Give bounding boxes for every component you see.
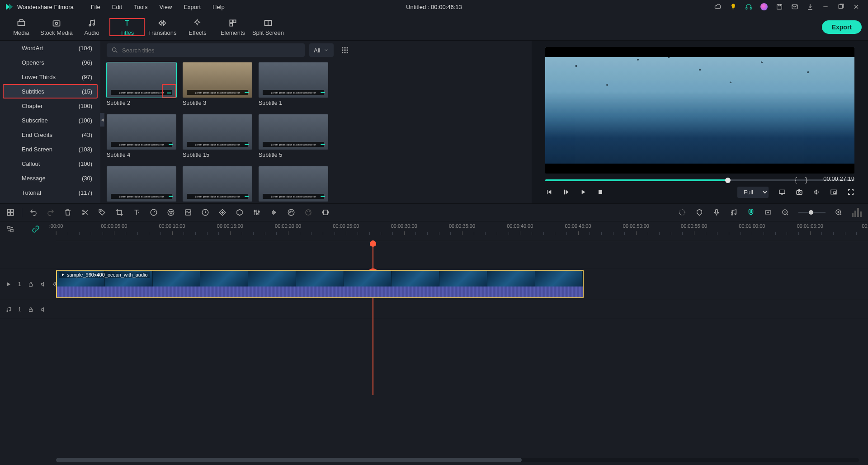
layout-icon[interactable]: [6, 208, 14, 216]
tab-stock-media[interactable]: Stock Media: [39, 18, 74, 36]
audio-edit-icon[interactable]: [270, 208, 278, 216]
stop-icon[interactable]: [597, 188, 604, 196]
search-input[interactable]: [122, 47, 300, 54]
sidebar-item-end-credits[interactable]: End Credits(43): [0, 127, 100, 142]
export-button[interactable]: Export: [822, 20, 862, 34]
download-thumb-icon[interactable]: [163, 85, 175, 97]
tab-audio[interactable]: Audio: [74, 18, 109, 36]
tab-transitions[interactable]: Transitions: [145, 18, 180, 36]
title-thumb[interactable]: Lorem ipsum dolor sit amet consecteturSu…: [183, 114, 252, 158]
view-grid-icon[interactable]: [338, 43, 352, 57]
fullscreen-icon[interactable]: [847, 188, 854, 196]
sidebar-item-tutorial[interactable]: Tutorial(117): [0, 185, 100, 200]
cloud-icon[interactable]: [714, 3, 722, 10]
lock-icon[interactable]: [28, 306, 34, 313]
title-thumb[interactable]: Lorem ipsum dolor sit amet consecteturSu…: [259, 114, 328, 158]
text-icon[interactable]: [132, 208, 141, 216]
mark-in-icon[interactable]: {: [795, 176, 797, 183]
menu-edit[interactable]: Edit: [107, 2, 127, 12]
close-icon[interactable]: [853, 3, 860, 10]
link-icon[interactable]: [32, 225, 40, 233]
render-icon[interactable]: [321, 208, 330, 216]
mute-icon[interactable]: [40, 281, 47, 287]
redo-icon[interactable]: [47, 208, 55, 216]
filter-dropdown[interactable]: All: [309, 43, 334, 57]
voiceover-icon[interactable]: [712, 208, 721, 216]
download-thumb-icon[interactable]: [167, 191, 175, 200]
track-manage-icon[interactable]: [6, 225, 14, 233]
timeline-ruler[interactable]: :00:0000:00:05:0000:00:10:0000:00:15:000…: [56, 221, 868, 241]
tab-media[interactable]: Media: [4, 18, 39, 36]
delete-icon[interactable]: [64, 208, 72, 216]
sidebar-item-callout[interactable]: Callout(100): [0, 156, 100, 171]
marker-out-icon[interactable]: [678, 208, 686, 216]
stabilize-icon[interactable]: [304, 208, 312, 216]
fit-icon[interactable]: [764, 208, 772, 216]
audio-meter-icon[interactable]: [852, 208, 862, 217]
video-lane[interactable]: sample_960x400_ocean_with_audio: [56, 268, 868, 300]
download-thumb-icon[interactable]: [243, 87, 250, 96]
download-thumb-icon[interactable]: [243, 139, 250, 148]
lock-icon[interactable]: [28, 281, 34, 287]
download-thumb-icon[interactable]: [319, 191, 326, 200]
menu-tools[interactable]: Tools: [128, 2, 153, 12]
download-thumb-icon[interactable]: [319, 87, 326, 96]
download-icon[interactable]: [807, 3, 814, 10]
marker-icon[interactable]: [695, 208, 703, 216]
split-icon[interactable]: [81, 208, 89, 216]
prev-frame-icon[interactable]: [545, 188, 552, 196]
sidebar-item-end-screen[interactable]: End Screen(103): [0, 142, 100, 156]
preview-progress[interactable]: {} 00:00:27:19: [545, 177, 854, 183]
color-icon[interactable]: [167, 208, 175, 216]
menu-export[interactable]: Export: [178, 2, 206, 12]
headphones-icon[interactable]: [745, 3, 752, 10]
sidebar-item-lower-thirds[interactable]: Lower Thirds(97): [0, 70, 100, 84]
greenscreen-icon[interactable]: [184, 208, 192, 216]
preview-viewport[interactable]: [545, 47, 854, 174]
sidebar-item-openers[interactable]: Openers(96): [0, 55, 100, 70]
duration-icon[interactable]: [201, 208, 209, 216]
undo-icon[interactable]: [29, 208, 38, 216]
sidebar-item-subscribe[interactable]: Subscribe(100): [0, 113, 100, 127]
zoom-in-icon[interactable]: [835, 208, 843, 216]
keyframe-icon[interactable]: [218, 208, 226, 216]
quality-select[interactable]: Full: [737, 187, 769, 198]
mail-icon[interactable]: [791, 3, 798, 10]
mute-icon[interactable]: [40, 306, 47, 313]
snapshot-icon[interactable]: [796, 188, 803, 196]
mark-out-icon[interactable]: }: [805, 176, 807, 183]
sidebar-item-wordart[interactable]: WordArt(104): [0, 41, 100, 55]
crop-icon[interactable]: [115, 208, 123, 216]
title-thumb[interactable]: Lorem ipsum dolor sit amet consecteturSu…: [183, 62, 252, 106]
mask-icon[interactable]: [236, 208, 244, 216]
zoom-out-icon[interactable]: [781, 208, 789, 216]
sync-icon[interactable]: [287, 208, 295, 216]
pip-icon[interactable]: [830, 188, 837, 196]
tab-elements[interactable]: Elements: [215, 18, 250, 36]
tag-icon[interactable]: [98, 208, 106, 216]
account-avatar-icon[interactable]: [760, 3, 768, 10]
title-thumb[interactable]: Lorem ipsum dolor sit amet consectetur: [107, 166, 176, 203]
adjust-icon[interactable]: [253, 208, 261, 216]
speed-icon[interactable]: [150, 208, 158, 216]
title-thumb[interactable]: Lorem ipsum dolor sit amet consecteturSu…: [259, 62, 328, 106]
search-box[interactable]: [107, 43, 305, 57]
zoom-slider[interactable]: [798, 212, 826, 213]
menu-help[interactable]: Help: [207, 2, 230, 12]
sidebar-item-subtitles[interactable]: Subtitles(15): [3, 84, 98, 99]
maximize-icon[interactable]: [837, 3, 844, 10]
download-thumb-icon[interactable]: [167, 139, 175, 148]
display-icon[interactable]: [778, 188, 786, 196]
menu-file[interactable]: File: [85, 2, 106, 12]
tab-split-screen[interactable]: Split Screen: [250, 18, 286, 36]
lightbulb-icon[interactable]: [730, 3, 737, 10]
sidebar-item-chapter[interactable]: Chapter(100): [0, 99, 100, 113]
play-pause-icon[interactable]: [562, 188, 570, 196]
tab-titles[interactable]: Titles: [109, 18, 145, 36]
audio-lane[interactable]: [56, 300, 868, 319]
timeline-hscroll[interactable]: [56, 458, 859, 462]
tab-effects[interactable]: Effects: [180, 18, 215, 36]
download-thumb-icon[interactable]: [319, 139, 326, 148]
menu-view[interactable]: View: [154, 2, 177, 12]
minimize-icon[interactable]: [822, 3, 829, 10]
